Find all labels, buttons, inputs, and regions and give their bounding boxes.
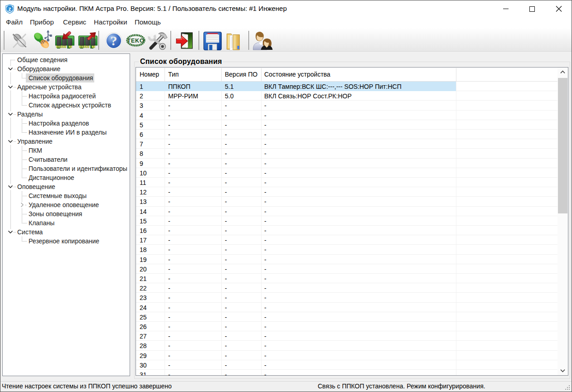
svg-text:z: z	[9, 6, 11, 12]
svg-text:?: ?	[111, 33, 117, 48]
svg-text:TEKO: TEKO	[127, 38, 145, 44]
